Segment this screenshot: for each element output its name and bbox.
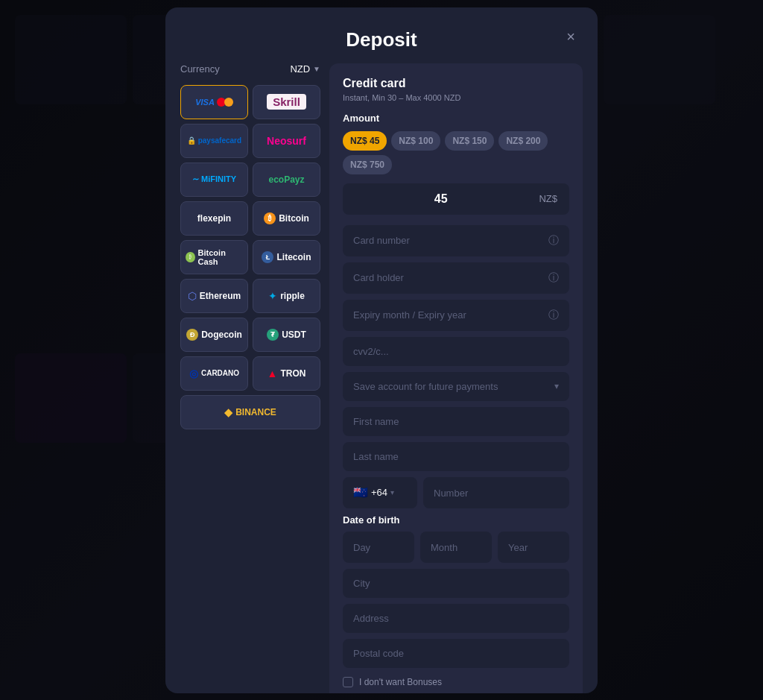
tron-icon: ▲ bbox=[267, 368, 278, 379]
expiry-field[interactable]: Expiry month / Expiry year ⓘ bbox=[343, 300, 569, 331]
cardano-icon: ◎ bbox=[189, 368, 198, 379]
payment-method-usdt[interactable]: ₮ USDT bbox=[253, 318, 320, 352]
dob-month-field[interactable]: Month bbox=[420, 532, 492, 563]
chip-100[interactable]: NZ$ 100 bbox=[391, 131, 440, 151]
bitcoincash-icon: ₿ bbox=[186, 252, 195, 262]
card-number-field[interactable]: Card number ⓘ bbox=[343, 225, 569, 256]
amount-label: Amount bbox=[343, 113, 569, 124]
phone-number-placeholder: Number bbox=[434, 488, 468, 499]
first-name-placeholder: First name bbox=[353, 416, 399, 427]
ethereum-label: Ethereum bbox=[200, 291, 241, 301]
bitcoin-icon: ₿ bbox=[264, 212, 276, 224]
currency-dropdown[interactable]: NZD ▼ bbox=[290, 63, 320, 75]
amount-input[interactable] bbox=[343, 183, 539, 215]
ethereum-icon: ⬡ bbox=[188, 290, 197, 302]
last-name-field[interactable]: Last name bbox=[343, 442, 569, 471]
chip-200[interactable]: NZ$ 200 bbox=[498, 131, 548, 151]
dogecoin-label: Dogecoin bbox=[201, 329, 242, 340]
no-bonus-label: I don't want Bonuses bbox=[359, 677, 442, 687]
amount-currency: NZ$ bbox=[539, 193, 569, 204]
dob-day-field[interactable]: Day bbox=[343, 532, 414, 563]
address-field[interactable]: Address bbox=[343, 604, 569, 633]
mastercard-circle2-icon bbox=[224, 98, 233, 107]
modal-title: Deposit bbox=[346, 28, 417, 51]
modal-header: Deposit × bbox=[165, 7, 598, 63]
expiry-info-icon[interactable]: ⓘ bbox=[548, 309, 559, 322]
dob-row: Day Month Year bbox=[343, 532, 569, 563]
payment-method-bitcoin[interactable]: ₿ Bitcoin bbox=[253, 201, 320, 236]
visa-label: VISA bbox=[195, 98, 215, 107]
flexepin-label: flexepin bbox=[197, 213, 231, 224]
neosurf-label: Neosurf bbox=[267, 135, 306, 147]
bitcoincash-label: Bitcoin Cash bbox=[198, 248, 243, 266]
usdt-icon: ₮ bbox=[267, 329, 279, 341]
payment-method-dogecoin[interactable]: Ð Dogecoin bbox=[180, 318, 248, 352]
save-account-row[interactable]: Save account for future payments ▾ bbox=[343, 372, 569, 401]
cardano-label: CARDANO bbox=[201, 369, 239, 377]
phone-number-field[interactable]: Number bbox=[423, 477, 569, 508]
paysafe-label: 🔒 paysafecard bbox=[187, 136, 241, 145]
amount-chips: NZ$ 45 NZ$ 100 NZ$ 150 NZ$ 200 NZ$ 750 bbox=[343, 131, 569, 174]
dob-month-placeholder: Month bbox=[431, 542, 458, 553]
dob-day-placeholder: Day bbox=[353, 542, 370, 553]
last-name-placeholder: Last name bbox=[353, 451, 399, 462]
chip-45[interactable]: NZ$ 45 bbox=[343, 131, 387, 151]
payment-method-cardano[interactable]: ◎ CARDANO bbox=[180, 356, 248, 391]
deposit-modal: Deposit × Currency NZD ▼ bbox=[165, 7, 598, 693]
payment-method-paysafe[interactable]: 🔒 paysafecard bbox=[180, 124, 248, 158]
no-bonus-checkbox[interactable] bbox=[343, 677, 353, 687]
currency-value: NZD bbox=[290, 63, 310, 75]
z-label: z bbox=[300, 174, 305, 185]
payment-method-tron[interactable]: ▲ TRON bbox=[253, 356, 320, 391]
amount-input-row: NZ$ bbox=[343, 183, 569, 215]
payment-method-ripple[interactable]: ✦ ripple bbox=[253, 279, 320, 313]
cvv-placeholder: cvv2/c... bbox=[353, 346, 389, 357]
payment-method-binance[interactable]: ◆ BINANCE bbox=[180, 395, 320, 429]
card-number-info-icon[interactable]: ⓘ bbox=[548, 234, 559, 247]
right-panel: Credit card Instant, Min 30 – Max 4000 N… bbox=[329, 63, 583, 693]
modal-body: Currency NZD ▼ VISA bbox=[165, 63, 598, 693]
payment-method-neosurf[interactable]: Neosurf bbox=[253, 124, 320, 158]
ripple-icon: ✦ bbox=[268, 290, 277, 302]
ripple-label: ripple bbox=[280, 291, 305, 301]
address-placeholder: Address bbox=[353, 613, 389, 624]
eco-label: eco bbox=[268, 174, 284, 185]
dob-year-placeholder: Year bbox=[508, 542, 528, 553]
tron-label: TRON bbox=[280, 368, 305, 379]
city-placeholder: City bbox=[353, 578, 370, 589]
card-number-placeholder: Card number bbox=[353, 235, 410, 246]
phone-country-selector[interactable]: 🇳🇿 +64 ▾ bbox=[343, 477, 417, 508]
no-bonus-row: I don't want Bonuses bbox=[343, 677, 569, 687]
payment-method-flexepin[interactable]: flexepin bbox=[180, 201, 248, 236]
first-name-field[interactable]: First name bbox=[343, 407, 569, 436]
expiry-placeholder: Expiry month / Expiry year bbox=[353, 309, 466, 321]
phone-caret-icon: ▾ bbox=[390, 488, 394, 496]
payment-method-ethereum[interactable]: ⬡ Ethereum bbox=[180, 279, 248, 313]
chip-150[interactable]: NZ$ 150 bbox=[445, 131, 494, 151]
form-section: Credit card Instant, Min 30 – Max 4000 N… bbox=[329, 63, 583, 693]
left-panel: Currency NZD ▼ VISA bbox=[180, 63, 329, 693]
payment-method-litecoin[interactable]: Ł Litecoin bbox=[253, 240, 320, 274]
phone-code: +64 bbox=[371, 487, 387, 498]
payment-method-bitcoincash[interactable]: ₿ Bitcoin Cash bbox=[180, 240, 248, 274]
card-holder-field[interactable]: Card holder ⓘ bbox=[343, 262, 569, 294]
dob-year-field[interactable]: Year bbox=[498, 532, 569, 563]
postal-field[interactable]: Postal code bbox=[343, 639, 569, 668]
cvv-field[interactable]: cvv2/c... bbox=[343, 337, 569, 366]
phone-row: 🇳🇿 +64 ▾ Number bbox=[343, 477, 569, 508]
payment-method-ecopay[interactable]: ecoPayz bbox=[253, 163, 320, 197]
payment-method-skrill[interactable]: Skrill bbox=[253, 85, 320, 119]
chip-750[interactable]: NZ$ 750 bbox=[343, 155, 392, 174]
modal-overlay: Deposit × Currency NZD ▼ bbox=[0, 0, 763, 700]
skrill-label: Skrill bbox=[267, 94, 306, 110]
mifinity-label: ∼ MiFINITY bbox=[192, 174, 236, 184]
close-button[interactable]: × bbox=[559, 25, 583, 49]
payment-method-card[interactable]: VISA bbox=[180, 85, 248, 119]
card-holder-info-icon[interactable]: ⓘ bbox=[548, 271, 559, 285]
currency-label: Currency bbox=[180, 63, 220, 75]
city-field[interactable]: City bbox=[343, 569, 569, 598]
payment-methods-grid: VISA Skrill 🔒 paysafecard bbox=[180, 85, 320, 429]
postal-placeholder: Postal code bbox=[353, 648, 404, 659]
payment-method-mifinity[interactable]: ∼ MiFINITY bbox=[180, 163, 248, 197]
dob-label: Date of birth bbox=[343, 514, 569, 526]
